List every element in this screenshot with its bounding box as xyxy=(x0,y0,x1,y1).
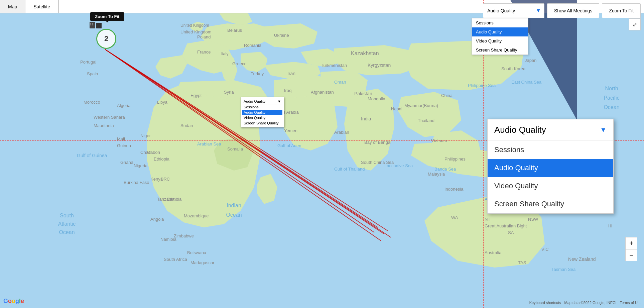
cluster-count: 2 xyxy=(104,34,108,43)
svg-text:Somalia: Somalia xyxy=(227,146,243,151)
svg-text:Australia: Australia xyxy=(485,250,502,255)
svg-text:Egypt: Egypt xyxy=(190,93,202,98)
svg-text:South: South xyxy=(60,213,74,218)
zoom-controls: + − xyxy=(625,237,637,261)
svg-text:Great Australian Bight: Great Australian Bight xyxy=(485,223,527,228)
large-dropdown-header[interactable]: Audio Quality ▼ xyxy=(488,119,613,141)
svg-text:Arabian: Arabian xyxy=(334,130,349,135)
svg-text:TAS: TAS xyxy=(518,260,526,265)
top-dropdown-option-sessions[interactable]: Sessions xyxy=(472,18,528,27)
terms-link[interactable]: Terms of U... xyxy=(620,301,641,305)
svg-text:Niger: Niger xyxy=(140,133,151,138)
svg-text:Ukraine: Ukraine xyxy=(274,33,289,38)
cluster-marker[interactable]: 2 xyxy=(96,29,116,49)
svg-text:India: India xyxy=(361,116,371,121)
svg-text:Myanmar(Burma): Myanmar(Burma) xyxy=(404,103,438,108)
map-credits: Keyboard shortcuts Map data ©2022 Google… xyxy=(529,301,641,305)
small-dropdown-sessions[interactable]: Sessions xyxy=(242,104,282,110)
top-dropdown-option-video-quality[interactable]: Video Quality xyxy=(472,36,528,45)
svg-text:Belarus: Belarus xyxy=(227,28,242,33)
zoom-to-fit-button[interactable]: Zoom To Fit xyxy=(602,3,641,18)
svg-text:United Kingdom: United Kingdom xyxy=(180,23,209,28)
svg-text:Turkey: Turkey xyxy=(251,71,264,76)
svg-text:Ocean: Ocean xyxy=(59,229,75,235)
svg-text:Syria: Syria xyxy=(224,90,234,95)
audio-quality-dropdown[interactable]: Sessions Audio Quality Video Quality Scr… xyxy=(483,3,544,18)
large-dropdown-option-sessions[interactable]: Sessions xyxy=(488,141,613,159)
large-dropdown-option-video-quality[interactable]: Video Quality xyxy=(488,177,613,195)
small-dropdown-audio-quality[interactable]: Audio Quality xyxy=(242,110,282,115)
svg-text:Arabian Sea: Arabian Sea xyxy=(197,141,221,146)
svg-text:NSW: NSW xyxy=(528,217,538,222)
show-all-meetings-button[interactable]: Show All Meetings xyxy=(547,3,599,18)
svg-text:Western Sahara: Western Sahara xyxy=(94,115,125,120)
svg-text:Yemen: Yemen xyxy=(284,128,297,133)
zoom-out-button[interactable]: − xyxy=(625,249,637,261)
map-container: Kazakhstan Kyrgyzstan Turkmenistan Iran … xyxy=(0,0,644,308)
svg-text:Pakistan: Pakistan xyxy=(354,91,372,96)
svg-text:Kazakhstan: Kazakhstan xyxy=(351,50,379,56)
svg-text:Ocean: Ocean xyxy=(604,104,619,110)
svg-text:Botswana: Botswana xyxy=(187,250,207,255)
svg-text:Gulf of Aden: Gulf of Aden xyxy=(277,143,301,148)
svg-text:DRC: DRC xyxy=(160,177,170,182)
large-dropdown-list: Sessions Audio Quality Video Quality Scr… xyxy=(488,141,613,213)
svg-text:Poland: Poland xyxy=(197,34,211,39)
svg-text:WA: WA xyxy=(451,215,458,220)
svg-text:Thailand: Thailand xyxy=(418,118,434,123)
large-dropdown-popup: Audio Quality ▼ Sessions Audio Quality V… xyxy=(487,119,614,214)
svg-text:NT: NT xyxy=(485,217,490,222)
map-data-credits: Map data ©2022 Google, INEGI xyxy=(564,301,617,305)
svg-text:Zimbabwe: Zimbabwe xyxy=(174,233,194,238)
svg-text:Algeria: Algeria xyxy=(117,103,131,108)
satellite-tab[interactable]: Satellite xyxy=(25,0,58,13)
svg-text:Gulf of Thailand: Gulf of Thailand xyxy=(334,167,365,172)
svg-text:Iraq: Iraq xyxy=(284,88,291,93)
svg-rect-106 xyxy=(90,24,91,25)
svg-text:Ethiopia: Ethiopia xyxy=(154,157,170,162)
small-dropdown-video-quality[interactable]: Video Quality xyxy=(242,115,282,120)
svg-text:Philippine Sea: Philippine Sea xyxy=(468,83,496,88)
svg-text:Mongolia: Mongolia xyxy=(368,96,386,101)
map-tab[interactable]: Map xyxy=(0,0,25,13)
svg-text:Turkmenistan: Turkmenistan xyxy=(321,63,347,68)
svg-text:Burkina Faso: Burkina Faso xyxy=(124,180,149,185)
svg-text:Guinea: Guinea xyxy=(117,143,131,148)
svg-text:Italy: Italy xyxy=(221,51,229,56)
svg-text:Kyrgyzstan: Kyrgyzstan xyxy=(368,63,391,68)
top-dropdown-option-screen-share[interactable]: Screen Share Quality xyxy=(472,45,528,55)
top-dropdown-option-audio-quality[interactable]: Audio Quality xyxy=(472,27,528,36)
svg-text:Zambia: Zambia xyxy=(167,197,182,202)
google-logo: Google xyxy=(3,298,24,305)
zoom-in-button[interactable]: + xyxy=(625,237,637,249)
svg-text:Libya: Libya xyxy=(157,100,168,105)
svg-text:Atlantic: Atlantic xyxy=(58,221,76,227)
fullscreen-button[interactable]: ⤢ xyxy=(629,18,641,30)
fullscreen-icon: ⤢ xyxy=(633,21,637,28)
small-dropdown-screen-share[interactable]: Screen Share Quality xyxy=(242,120,282,126)
svg-text:North: North xyxy=(605,86,618,91)
svg-text:Mauritania: Mauritania xyxy=(94,123,114,128)
large-dropdown-option-audio-quality[interactable]: Audio Quality xyxy=(488,159,613,177)
svg-text:Spain: Spain xyxy=(87,71,98,76)
svg-text:Mozambique: Mozambique xyxy=(184,213,209,218)
small-dropdown-header[interactable]: Audio Quality ▼ xyxy=(242,99,282,104)
zoom-tooltip: Zoom To Fit xyxy=(90,12,124,21)
map-satellite-tabs: Map Satellite xyxy=(0,0,59,13)
audio-quality-select[interactable]: Sessions Audio Quality Video Quality Scr… xyxy=(483,3,544,18)
svg-text:Iran: Iran xyxy=(287,71,295,76)
svg-text:New Zealand: New Zealand xyxy=(568,256,596,262)
svg-rect-105 xyxy=(92,23,93,24)
large-dropdown-option-screen-share[interactable]: Screen Share Quality xyxy=(488,195,613,213)
svg-text:Chad: Chad xyxy=(140,150,151,155)
svg-text:Greece: Greece xyxy=(232,61,247,66)
large-dropdown-title: Audio Quality xyxy=(494,125,546,135)
svg-text:Romania: Romania xyxy=(244,43,262,48)
svg-text:Indian: Indian xyxy=(227,203,241,208)
svg-text:Nepal: Nepal xyxy=(391,106,402,111)
svg-text:HI: HI xyxy=(608,224,612,228)
keyboard-shortcuts[interactable]: Keyboard shortcuts xyxy=(529,301,561,305)
svg-text:Sudan: Sudan xyxy=(180,123,193,128)
svg-rect-107 xyxy=(92,24,93,25)
small-dropdown: Audio Quality ▼ Sessions Audio Quality V… xyxy=(241,97,284,127)
